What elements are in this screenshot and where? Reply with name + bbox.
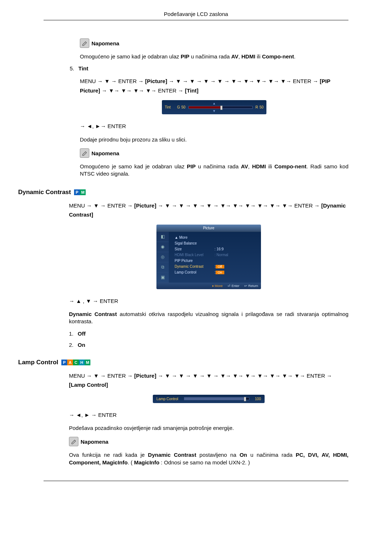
osd-picture-menu: Picture ◧ ◉ ◎ ⧉ ▣ ▲ MoreSigal BalanceSiz… (156, 225, 261, 289)
osd-tint: ▲ Tint G 50 R 50 ▼ (162, 100, 266, 114)
note-icon (80, 148, 89, 158)
osd-lamp-control: Lamp Control 100 (153, 395, 265, 403)
page-header: Podešavanje LCD zaslona (44, 0, 348, 20)
lamp-p1: Podešava pozadinsko osvjetljenje radi sm… (69, 424, 348, 432)
note-label: Napomena (81, 439, 109, 445)
tint-nav2: → ◄, ►→ ENTER (80, 122, 348, 131)
sec1-p1: Omogućeno je samo kad je odabran ulaz PI… (80, 53, 348, 60)
osd-item: HDMI Black Level: Normal (175, 252, 261, 258)
note-icon (69, 437, 78, 446)
lamp-nav2: → ◄, ► → ENTER (69, 410, 348, 420)
badge-m-icon: M (80, 189, 86, 195)
osd-side-icon: ◧ (156, 232, 169, 242)
osd-item: Size: 16:9 (175, 246, 261, 252)
badge-c-icon: C (73, 360, 79, 365)
note-label: Napomena (91, 40, 119, 46)
osd-item: Dynamic Contrast: Off (175, 264, 261, 270)
lamp-nav: MENU → ▼ → ENTER → [Picture] → ▼ → ▼ → ▼… (69, 371, 348, 390)
osd-side-icon: ▣ (156, 272, 169, 283)
sec1-p2: Dodaje prirodnu boju prozoru za sliku u … (80, 136, 348, 143)
badge-p-icon: P (74, 189, 80, 195)
item-on: On (78, 342, 85, 348)
note-label: Napomena (91, 150, 119, 156)
osd-item: Lamp Control: On (175, 270, 261, 275)
osd-side-icon: ◎ (156, 252, 169, 262)
sec1-p3: Omogućeno je samo kad je odabran ulaz PI… (80, 163, 348, 178)
lamp-p2: Ova funkcija ne radi kada je Dynamic Con… (69, 451, 348, 466)
divider-bottom (44, 481, 348, 481)
note-icon (80, 38, 89, 48)
osd-item: ▲ More (175, 235, 261, 241)
badge-m-icon: M (85, 360, 90, 365)
osd-item: Sigal Balance (175, 241, 261, 246)
heading-dynamic-contrast: Dynamic Contrast P M (18, 189, 348, 196)
item-tint: Tint (78, 65, 88, 71)
osd-side-icon: ⧉ (156, 262, 169, 272)
badge-p-icon: P (61, 360, 67, 365)
tint-nav: MENU → ▼ → ENTER → [Picture] → ▼ → ▼ → ▼… (80, 77, 348, 95)
heading-lamp-control: Lamp Control P A C H M (18, 359, 348, 366)
osd-item: PIP Picture (175, 258, 261, 264)
osd-side-icon: ◉ (156, 242, 169, 252)
list-num-5: 5. (70, 65, 78, 71)
dyn-nav: MENU → ▼ → ENTER → [Picture] → ▼ → ▼ → ▼… (69, 201, 348, 219)
dyn-p1: Dynamic Contrast automatski otkriva rasp… (69, 311, 348, 325)
dyn-nav2: → ▲ , ▼ → ENTER (69, 296, 348, 306)
item-off: Off (78, 331, 86, 337)
badge-h-icon: H (79, 360, 85, 365)
badge-a-icon: A (67, 360, 73, 365)
divider-top (44, 20, 348, 20)
